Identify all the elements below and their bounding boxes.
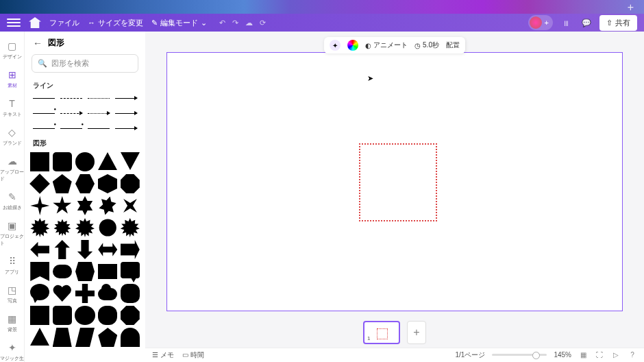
shape-star6[interactable] (75, 196, 95, 215)
share-button[interactable]: ⇧ 共有 (599, 15, 637, 31)
position-button[interactable]: 配置 (446, 40, 460, 50)
line-dot-arrow[interactable] (88, 110, 110, 117)
shape-speech[interactable] (121, 262, 140, 278)
shape-badge[interactable] (75, 218, 95, 237)
line-arrow[interactable] (115, 95, 137, 101)
undo-icon[interactable]: ↶ (219, 19, 225, 27)
shape-shield[interactable] (98, 328, 117, 347)
shape-arch[interactable] (121, 328, 140, 347)
shape-circle[interactable] (75, 152, 95, 171)
page-thumb-1[interactable]: 1 (363, 321, 400, 344)
comment-icon[interactable]: 💬 (579, 15, 594, 30)
shape-diamond[interactable] (29, 173, 50, 194)
shape-triangle[interactable] (98, 152, 117, 170)
zoom-slider[interactable] (492, 354, 547, 356)
shape-heart[interactable] (53, 284, 72, 303)
redo-icon[interactable]: ↷ (232, 19, 238, 27)
shape-arrow-lr[interactable] (98, 240, 117, 259)
line-arrow-bold[interactable] (115, 110, 137, 117)
user-avatar-group[interactable]: + (528, 15, 553, 30)
shape-ellipse[interactable] (75, 306, 95, 325)
rail-apps[interactable]: ⠿アプリ (0, 252, 24, 278)
shape-octagon[interactable] (121, 174, 140, 193)
new-tab-plus-icon[interactable]: + (628, 1, 634, 14)
rail-draw[interactable]: ✎お絵描き (0, 188, 24, 214)
shape-ribbon[interactable] (30, 262, 49, 281)
shape-triangle-down[interactable] (121, 152, 140, 170)
history-icon[interactable]: ⟳ (260, 19, 266, 27)
shape-rounded-square[interactable] (53, 152, 72, 171)
menu-resize[interactable]: ↔サイズを変更 (88, 18, 143, 28)
home-icon[interactable] (29, 17, 41, 28)
line-elbow[interactable] (33, 125, 55, 132)
shape-arrow-down[interactable] (75, 240, 95, 259)
shape-parallelogram[interactable] (75, 328, 95, 347)
fullscreen-icon[interactable]: ⛶ (595, 350, 604, 360)
shape-hexagon-v[interactable] (98, 174, 117, 193)
menu-edit-mode[interactable]: ✎編集モード⌄ (151, 18, 207, 28)
shape-tri-wide[interactable] (30, 328, 49, 346)
shape-sparkle[interactable] (116, 192, 144, 219)
rail-background[interactable]: ▦背景 (0, 310, 24, 336)
shape-burst-16[interactable] (121, 218, 140, 237)
line-solid[interactable] (33, 95, 55, 101)
line-endpoint-dot[interactable] (33, 110, 55, 117)
shape-pill[interactable] (53, 265, 72, 278)
design-canvas[interactable]: ➤ (166, 52, 623, 311)
duration-button[interactable]: ◷5.0秒 (414, 40, 439, 50)
line-connector[interactable] (60, 125, 82, 132)
shape-rect[interactable] (30, 306, 49, 325)
help-icon[interactable]: ? (628, 350, 637, 360)
menu-file[interactable]: ファイル (49, 18, 79, 28)
present-icon[interactable]: ▷ (611, 350, 621, 360)
line-dotted[interactable] (88, 95, 110, 101)
hamburger-icon[interactable] (7, 19, 21, 27)
shape-banner[interactable] (98, 264, 117, 279)
dotted-square-element[interactable] (359, 143, 437, 221)
line-double-arrow[interactable] (115, 125, 137, 132)
shape-thought-bubble[interactable] (30, 284, 49, 300)
rail-magic[interactable]: ✦マジック生成 (0, 339, 24, 362)
shape-trapezoid[interactable] (53, 328, 72, 347)
analytics-icon[interactable]: ⫼ (558, 15, 573, 30)
rail-upload[interactable]: ☁アップロード (0, 152, 24, 185)
shape-rounded-rect[interactable] (53, 306, 72, 325)
magic-write-icon[interactable]: ✦ (330, 40, 340, 51)
shape-plus[interactable] (75, 284, 95, 303)
shape-arrow-pointer[interactable] (121, 240, 140, 259)
shape-seal[interactable] (53, 219, 71, 236)
line-dash-arrow[interactable] (60, 110, 82, 117)
duration-footer-button[interactable]: ▭時間 (182, 350, 204, 360)
color-picker-icon[interactable] (347, 40, 358, 51)
shape-star4[interactable] (30, 196, 49, 215)
shape-hex-wide[interactable] (75, 262, 95, 281)
rail-design[interactable]: ▢デザイン (0, 37, 24, 63)
shape-arrow-up[interactable] (53, 240, 72, 259)
rail-text[interactable]: Tテキスト (0, 95, 24, 121)
line-thick[interactable] (88, 125, 110, 132)
shape-squircle[interactable] (121, 284, 140, 303)
animate-button[interactable]: ◐アニメート (365, 40, 408, 50)
rail-elements[interactable]: ⊞素材 (0, 66, 24, 92)
grid-view-icon[interactable]: ▦ (578, 350, 588, 360)
back-arrow-icon[interactable]: ← (33, 38, 42, 49)
add-page-button[interactable]: + (407, 321, 426, 344)
shape-star8[interactable] (96, 194, 119, 217)
shape-scallop[interactable] (98, 218, 117, 237)
shape-burst[interactable] (30, 218, 49, 237)
rail-photos[interactable]: ◳写真 (0, 281, 24, 307)
shape-square[interactable] (30, 152, 49, 171)
shape-arrow-left[interactable] (30, 240, 49, 259)
shape-hexagon[interactable] (75, 174, 95, 193)
line-dashed[interactable] (60, 95, 82, 101)
shape-star5[interactable] (53, 196, 72, 215)
shape-capsule[interactable] (98, 306, 117, 325)
search-input[interactable]: 🔍 図形を検索 (32, 54, 138, 73)
rail-projects[interactable]: ▣プロジェクト (0, 217, 24, 250)
add-member-icon[interactable]: + (545, 19, 549, 27)
shape-cloud[interactable] (98, 288, 117, 300)
notes-button[interactable]: ☰メモ (152, 350, 174, 360)
shape-oct-2[interactable] (121, 306, 140, 325)
rail-brand[interactable]: ◇ブランド (0, 123, 24, 149)
shape-pentagon[interactable] (53, 174, 72, 193)
